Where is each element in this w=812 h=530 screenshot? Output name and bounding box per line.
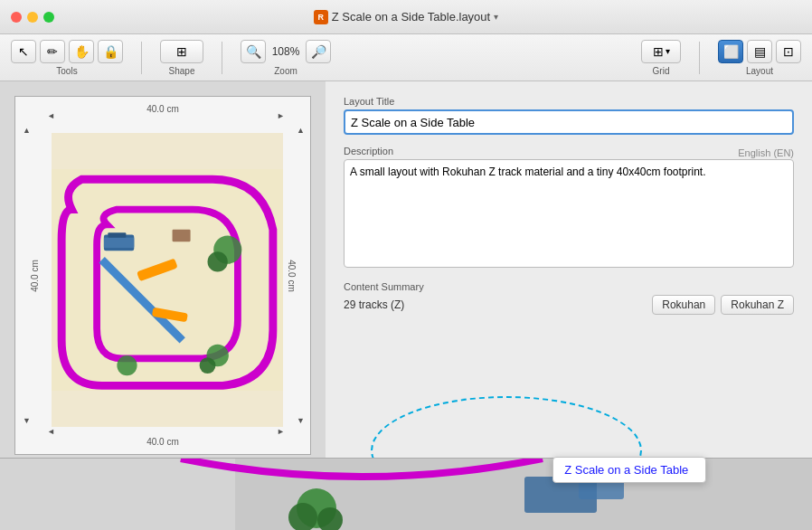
- svg-rect-10: [104, 238, 134, 248]
- maximize-button[interactable]: [43, 12, 54, 23]
- ruler-right: 40.0 cm: [288, 260, 297, 292]
- sep3: [699, 42, 700, 74]
- tracks-count: 29 tracks (Z): [344, 298, 404, 311]
- layout-view-btn1[interactable]: ⬜: [718, 40, 743, 63]
- ruler-bottom: 40.0 cm: [146, 437, 179, 447]
- layout-title-label: Layout Title: [344, 96, 794, 107]
- ruler-arrow-bl: ◄: [47, 427, 55, 436]
- zoom-value: 108%: [269, 45, 302, 58]
- layout-view-group: ⬜ ▤ ⊡ Layout: [718, 40, 801, 76]
- ruler-arrow-rt: ▲: [297, 126, 305, 135]
- description-label: Description: [344, 146, 393, 156]
- ruler-arrow-tr: ►: [277, 111, 285, 120]
- svg-point-5: [208, 251, 228, 271]
- shape-label: Shape: [169, 66, 195, 76]
- sep1: [141, 42, 142, 74]
- layout-label: Layout: [746, 66, 773, 76]
- description-header: Description English (EN): [344, 146, 794, 159]
- layout-view-btn3[interactable]: ⊡: [776, 40, 801, 63]
- window-title: R Z Scale on a Side Table.layout ▾: [314, 10, 498, 24]
- shape-btn[interactable]: ⊞: [160, 40, 203, 63]
- zoom-group: 🔍 108% 🔎 Zoom: [241, 40, 331, 76]
- svg-point-8: [117, 355, 137, 375]
- title-bar: R Z Scale on a Side Table.layout ▾: [0, 0, 812, 34]
- shape-group: ⊞ Shape: [160, 40, 203, 76]
- hand-tool-btn[interactable]: ✋: [69, 40, 94, 63]
- ruler-arrow-tl: ◄: [47, 111, 55, 120]
- tools-group: ↖ ✏ ✋ 🔒 Tools: [11, 40, 123, 76]
- layout-title-input[interactable]: [344, 109, 794, 135]
- layout-title-section: Layout Title: [344, 96, 794, 135]
- minimize-button[interactable]: [27, 12, 38, 23]
- content-summary-section: Content Summary 29 tracks (Z) Rokuhan Ro…: [344, 281, 794, 315]
- zoom-out-btn[interactable]: 🔍: [241, 40, 266, 63]
- zoom-label: Zoom: [274, 66, 297, 76]
- zoom-in-btn[interactable]: 🔎: [306, 40, 331, 63]
- description-section: Description English (EN) A small layout …: [344, 146, 794, 270]
- dropdown-popup-item[interactable]: Z Scale on a Side Table: [553, 458, 705, 482]
- dropdown-popup: Z Scale on a Side Table: [552, 457, 706, 483]
- ruler-arrow-br: ►: [277, 427, 285, 436]
- title-text: Z Scale on a Side Table.layout: [332, 10, 490, 24]
- title-dropdown-arrow[interactable]: ▾: [494, 12, 498, 22]
- ruler-arrow-lt: ▲: [23, 126, 31, 135]
- tools-label: Tools: [56, 66, 77, 76]
- layout-view-btn2[interactable]: ▤: [747, 40, 772, 63]
- description-textarea[interactable]: A small layout with Rokuhan Z track mate…: [344, 159, 794, 268]
- summary-row: 29 tracks (Z) Rokuhan Rokuhan Z: [344, 295, 794, 315]
- canvas-inner: 40.0 cm 40.0 cm 40.0 cm 40.0 cm ◄ ► ◄ ► …: [15, 97, 310, 454]
- content-summary-label: Content Summary: [344, 281, 794, 292]
- lock-tool-btn[interactable]: 🔒: [98, 40, 123, 63]
- close-button[interactable]: [11, 12, 22, 23]
- toolbar: ↖ ✏ ✋ 🔒 Tools ⊞ Shape 🔍 108% 🔎 Zoom ⊞▾ G…: [0, 34, 812, 81]
- pointer-tool-btn[interactable]: ↖: [11, 40, 36, 63]
- tag-buttons: Rokuhan Rokuhan Z: [652, 295, 794, 315]
- svg-rect-11: [108, 232, 126, 238]
- svg-rect-14: [0, 459, 235, 530]
- window-controls: [11, 12, 54, 23]
- ruler-left: 40.0 cm: [30, 260, 40, 292]
- svg-point-7: [200, 357, 216, 374]
- track-svg: [52, 133, 283, 427]
- grid-label: Grid: [653, 66, 670, 76]
- grid-group: ⊞▾ Grid: [641, 40, 681, 76]
- ruler-arrow-lb: ▼: [23, 416, 31, 425]
- track-area: [52, 133, 283, 427]
- app-icon: R: [314, 10, 328, 24]
- rokuhan-z-tag-btn[interactable]: Rokuhan Z: [721, 295, 794, 315]
- ruler-arrow-rb: ▼: [297, 416, 305, 425]
- lang-label: English (EN): [738, 147, 794, 158]
- sep2: [222, 42, 222, 74]
- rokuhan-tag-btn[interactable]: Rokuhan: [652, 295, 715, 315]
- preview-canvas: 40.0 cm 40.0 cm 40.0 cm 40.0 cm ◄ ► ◄ ► …: [14, 96, 311, 455]
- ruler-top: 40.0 cm: [146, 104, 179, 114]
- pencil-tool-btn[interactable]: ✏: [40, 40, 65, 63]
- grid-btn[interactable]: ⊞▾: [641, 40, 681, 63]
- svg-rect-12: [173, 230, 191, 241]
